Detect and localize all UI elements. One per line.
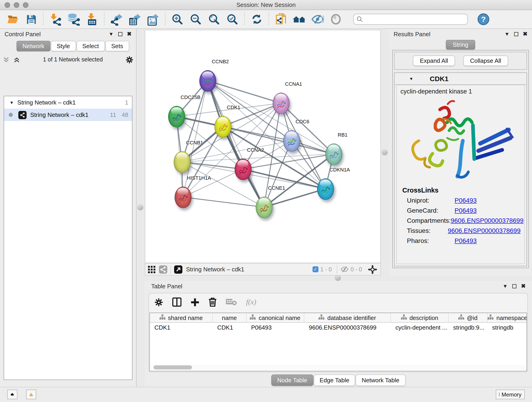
table-cell[interactable]: 9606.ENSP00000378699 [304,323,391,333]
network-node-CCNE1[interactable] [255,196,272,218]
table-cell[interactable]: CDK1 [213,323,247,333]
open-file-button[interactable] [4,11,22,27]
network-node-HIST1H1A[interactable] [174,186,191,208]
right-splitter[interactable] [381,29,389,275]
results-panel-menu-icon[interactable]: ▼ [505,32,510,36]
export-network-button[interactable] [107,11,126,27]
help-button[interactable]: ? [474,11,493,27]
delete-table-icon[interactable] [226,298,237,306]
grid-view-icon[interactable] [148,266,155,273]
column-header-database-identifier[interactable]: database identifier [304,313,391,322]
network-view-icon[interactable] [159,265,167,274]
export-table-button[interactable] [126,11,144,27]
scrollbar-thumb[interactable] [153,365,192,370]
network-node-CDK1[interactable] [214,116,231,137]
column-header-description[interactable]: description [391,313,449,322]
table-cell[interactable]: cyclin-dependent ... [391,323,449,333]
crosslink-link[interactable]: 9606.ENSP00000378699 [448,227,520,234]
network-options-gear-icon[interactable] [126,56,133,64]
network-node-RB1[interactable] [325,143,342,165]
expand-all-button[interactable]: Expand All [413,56,455,66]
tab-style[interactable]: Style [51,41,76,51]
show-all-button[interactable] [327,11,345,27]
crosslink-link[interactable]: 9606.ENSP00000378699 [451,217,524,224]
export-image-button[interactable] [144,11,162,27]
delete-column-trash-icon[interactable] [209,298,217,307]
network-node-CDKN1A[interactable] [317,178,334,200]
tab-network[interactable]: Network [17,41,50,51]
gene-section-header[interactable]: ▼ CDK1 [394,73,526,85]
control-panel-menu-icon[interactable]: ▼ [109,32,114,36]
column-header-namespace[interactable]: namespace [488,313,527,322]
add-column-icon[interactable] [191,298,199,306]
show-columns-icon[interactable] [172,298,181,307]
import-network-database-button[interactable] [65,11,83,27]
birds-eye-view-icon[interactable] [367,264,378,274]
control-panel-float-icon[interactable] [118,32,122,36]
cloud-services-button[interactable] [7,390,17,399]
column-header-name[interactable]: name [213,313,247,322]
column-header-shared-name[interactable]: shared name [150,313,213,322]
import-table-button[interactable] [83,11,101,27]
memory-button[interactable]: Memory [496,390,525,399]
hidden-elements-icon[interactable] [341,266,349,273]
crosslink-link[interactable]: P06493 [455,207,477,214]
collapse-all-button[interactable]: Collapse All [463,56,508,66]
table-settings-gear-icon[interactable] [154,298,163,306]
refresh-button[interactable] [247,11,266,27]
network-row-selected[interactable]: String Network – cdk1 11 48 [4,109,132,121]
tab-select[interactable]: Select [76,41,105,51]
zoom-in-button[interactable] [168,11,186,27]
zoom-fit-button[interactable] [205,11,223,27]
detach-view-icon[interactable] [174,265,182,274]
table-panel-close-icon[interactable]: ✖ [521,283,526,289]
tab-string[interactable]: String [446,40,475,50]
right-splitter-handle[interactable] [382,149,388,155]
network-node-CCNA2[interactable] [234,158,251,180]
table-panel-float-icon[interactable] [512,284,516,288]
network-collection-row[interactable]: ▼ String Network – cdk1 1 [4,96,132,109]
table-cell[interactable]: P06493 [247,323,304,333]
left-splitter-handle[interactable] [138,204,143,211]
tab-sets[interactable]: Sets [105,41,129,51]
network-node-CCNB2[interactable] [199,70,216,91]
horizontal-splitter-handle[interactable] [335,275,341,281]
save-session-button[interactable] [22,11,40,27]
search-input[interactable] [363,16,465,23]
import-network-file-button[interactable] [46,11,65,27]
crosslink-link[interactable]: P06493 [455,237,477,244]
left-splitter[interactable] [137,29,145,387]
clone-network-button[interactable] [272,11,290,27]
network-view-canvas[interactable]: CCNB2CCNA1CDC25BCDK1CDC6RB1CCNB1CCNA2CDK… [145,30,381,263]
expand-all-icon[interactable] [13,56,20,63]
table-cell[interactable]: stringdb [488,323,527,333]
zoom-out-button[interactable] [186,11,205,27]
gene-expander-icon[interactable]: ▼ [409,76,413,81]
tab-edge-table[interactable]: Edge Table [314,375,355,386]
network-node-CDC25B[interactable] [168,106,185,127]
table-cell[interactable]: CDK1 [150,323,213,333]
network-node-CDC6[interactable] [283,130,300,152]
tab-network-table[interactable]: Network Table [356,375,405,386]
column-header--id[interactable]: @id [449,313,488,322]
crosslink-link[interactable]: P06493 [455,197,477,204]
table-panel-menu-icon[interactable]: ▼ [503,283,508,288]
results-panel-close-icon[interactable]: ✖ [523,31,527,37]
table-cell[interactable]: stringdb:9... [449,323,488,333]
selected-nodes-checkbox[interactable]: ✓ [312,266,318,272]
collapse-all-icon[interactable] [3,56,10,63]
table-horizontal-scrollbar[interactable] [151,365,526,370]
hide-selected-button[interactable] [308,11,327,27]
network-node-CCNA1[interactable] [272,92,289,114]
control-panel-close-icon[interactable]: ✖ [127,31,132,37]
network-node-CCNB1[interactable] [173,151,190,172]
function-builder-icon[interactable]: f(x) [246,298,256,306]
tab-node-table[interactable]: Node Table [271,375,313,386]
zoom-selected-button[interactable] [223,11,241,27]
column-header-canonical-name[interactable]: canonical name [247,313,304,322]
first-neighbors-button[interactable] [290,11,308,27]
table-row[interactable]: CDK1CDK1P064939606.ENSP00000378699cyclin… [150,323,526,333]
results-panel-float-icon[interactable] [514,32,518,36]
collection-expander-icon[interactable]: ▼ [10,100,14,105]
warnings-button[interactable] [26,390,36,399]
